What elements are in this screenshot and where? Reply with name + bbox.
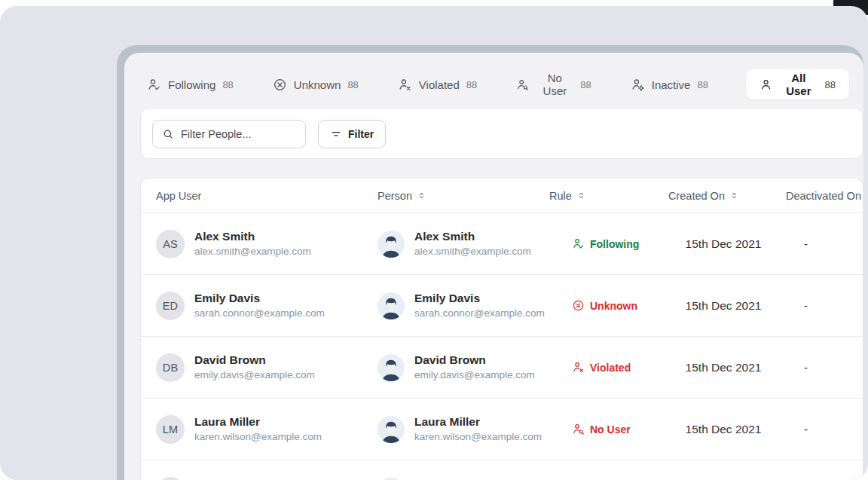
app-user-name: Emily Davis bbox=[194, 291, 325, 307]
person-avatar bbox=[377, 416, 405, 443]
app-user-email: sarah.connor@example.com bbox=[194, 307, 325, 321]
filter-button-label: Filter bbox=[348, 128, 374, 140]
user-unknown-icon bbox=[273, 78, 287, 92]
column-header-person[interactable]: Person bbox=[362, 190, 534, 202]
tab-inactive[interactable]: Inactive 88 bbox=[629, 69, 710, 99]
person-email: karen.wilson@example.com bbox=[414, 430, 542, 445]
column-header-rule[interactable]: Rule bbox=[534, 190, 653, 202]
filter-people-input[interactable] bbox=[181, 128, 294, 140]
person-avatar bbox=[377, 354, 405, 381]
rule-cell: Violated bbox=[534, 361, 653, 374]
user-check-icon bbox=[147, 78, 161, 92]
person-cell: David Brown emily.davis@example.com bbox=[362, 353, 534, 383]
person-avatar bbox=[377, 292, 405, 319]
deactivated-on-cell: - bbox=[771, 299, 863, 312]
filter-bar: Filter bbox=[140, 108, 863, 159]
tab-count: 88 bbox=[580, 79, 591, 90]
table-row[interactable]: LM Laura Miller karen.wilson@example.com… bbox=[141, 399, 863, 460]
column-header-deactivated-on: Deactivated On bbox=[771, 190, 863, 202]
user-x-icon bbox=[572, 361, 585, 374]
tab-label: Following bbox=[168, 78, 215, 91]
person-avatar bbox=[377, 231, 405, 258]
tab-label: No User bbox=[536, 72, 573, 97]
table-header-row: App User Person Rule Created On bbox=[141, 179, 863, 213]
person-cell: Laura Miller karen.wilson@example.com bbox=[362, 414, 534, 445]
person-name: Laura Miller bbox=[414, 414, 542, 430]
app-user-name: Laura Miller bbox=[194, 414, 322, 430]
tab-label: Violated bbox=[419, 78, 460, 91]
sort-icon[interactable] bbox=[730, 191, 738, 200]
sort-icon[interactable] bbox=[577, 191, 585, 200]
person-cell: Alex Smith alex.smith@example.com bbox=[362, 229, 534, 259]
initials-avatar: AS bbox=[156, 230, 185, 258]
tab-count: 88 bbox=[466, 79, 477, 90]
person-name: Alex Smith bbox=[414, 229, 531, 245]
table-row[interactable]: Robert Thompson Robert Thompson bbox=[141, 460, 863, 480]
person-email: alex.smith@example.com bbox=[414, 245, 531, 259]
deactivated-on-cell: - bbox=[771, 423, 863, 436]
app-user-name: David Brown bbox=[194, 353, 315, 368]
tab-following[interactable]: Following 88 bbox=[145, 69, 235, 99]
search-box[interactable] bbox=[152, 120, 306, 148]
app-user-cell: AS Alex Smith alex.smith@example.com bbox=[141, 229, 362, 259]
tab-bar: Following 88 Unknown 88 Violated 88 No U… bbox=[124, 53, 863, 101]
created-on-cell: 15th Dec 2021 bbox=[653, 299, 771, 313]
tab-violated[interactable]: Violated 88 bbox=[396, 69, 478, 99]
page-canvas: Following 88 Unknown 88 Violated 88 No U… bbox=[0, 6, 868, 480]
rule-label: Following bbox=[590, 238, 639, 250]
table-row[interactable]: ED Emily Davis sarah.connor@example.com … bbox=[141, 275, 863, 337]
person-name: Emily Davis bbox=[414, 291, 545, 307]
tab-count: 88 bbox=[347, 79, 358, 90]
initials-avatar: ED bbox=[156, 292, 185, 320]
rule-cell: Unknown bbox=[534, 299, 653, 312]
user-search-icon bbox=[516, 78, 529, 92]
person-cell: Emily Davis sarah.connor@example.com bbox=[362, 291, 534, 321]
user-icon bbox=[760, 78, 772, 92]
sort-icon[interactable] bbox=[417, 191, 426, 200]
created-on-cell: 15th Dec 2021 bbox=[653, 237, 771, 251]
person-name: David Brown bbox=[414, 353, 535, 368]
person-cell: Robert Thompson bbox=[362, 478, 534, 480]
app-user-name: Alex Smith bbox=[194, 229, 311, 245]
user-check-icon bbox=[572, 237, 585, 250]
created-on-cell: 15th Dec 2021 bbox=[653, 361, 771, 374]
tab-label: All User bbox=[779, 72, 818, 97]
app-user-email: karen.wilson@example.com bbox=[194, 430, 322, 445]
app-window: Following 88 Unknown 88 Violated 88 No U… bbox=[117, 45, 863, 480]
deactivated-on-cell: - bbox=[771, 361, 863, 374]
tab-count: 88 bbox=[697, 79, 708, 90]
rule-label: Violated bbox=[590, 362, 631, 374]
tab-unknown[interactable]: Unknown 88 bbox=[271, 69, 360, 99]
rule-cell: No User bbox=[534, 423, 653, 436]
table-row[interactable]: DB David Brown emily.davis@example.com D… bbox=[141, 337, 863, 399]
person-email: emily.davis@example.com bbox=[414, 368, 535, 383]
table-row[interactable]: AS Alex Smith alex.smith@example.com Ale… bbox=[141, 213, 863, 275]
column-header-created-on[interactable]: Created On bbox=[653, 190, 771, 202]
search-icon bbox=[162, 128, 174, 140]
deactivated-on-cell: - bbox=[771, 237, 863, 250]
column-header-app-user: App User bbox=[141, 190, 362, 202]
rule-label: No User bbox=[590, 423, 631, 436]
tab-all-user[interactable]: All User 88 bbox=[746, 69, 849, 99]
rule-label: Unknown bbox=[590, 300, 637, 312]
app-user-cell: ED Emily Davis sarah.connor@example.com bbox=[141, 291, 362, 321]
tab-no-user[interactable]: No User 88 bbox=[515, 69, 593, 99]
tab-label: Unknown bbox=[294, 78, 341, 91]
user-gear-icon bbox=[631, 78, 645, 92]
app-user-cell: LM Laura Miller karen.wilson@example.com bbox=[141, 414, 362, 445]
app-user-email: alex.smith@example.com bbox=[194, 245, 311, 259]
person-avatar bbox=[377, 478, 405, 480]
initials-avatar: LM bbox=[156, 415, 185, 444]
app-window-content: Following 88 Unknown 88 Violated 88 No U… bbox=[124, 53, 863, 480]
rule-cell: Following bbox=[534, 237, 653, 250]
created-on-cell: 15th Dec 2021 bbox=[653, 423, 771, 436]
app-user-email: emily.davis@example.com bbox=[194, 368, 315, 383]
users-table: App User Person Rule Created On bbox=[140, 178, 863, 480]
app-user-cell: Robert Thompson bbox=[141, 477, 362, 480]
tab-count: 88 bbox=[222, 79, 233, 90]
person-email: sarah.connor@example.com bbox=[414, 307, 545, 321]
filter-button[interactable]: Filter bbox=[318, 120, 386, 148]
tab-label: Inactive bbox=[652, 78, 691, 91]
app-user-cell: DB David Brown emily.davis@example.com bbox=[141, 353, 362, 383]
initials-avatar bbox=[156, 477, 185, 480]
